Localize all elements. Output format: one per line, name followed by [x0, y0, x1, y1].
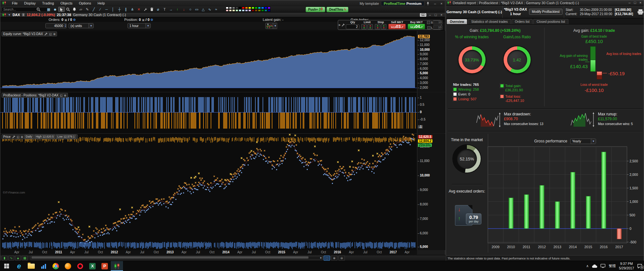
chart-close-button[interactable]: ×	[439, 13, 444, 17]
line-style-icon[interactable]: ∿	[8, 256, 14, 261]
chart-settings-icon[interactable]: ▦	[22, 256, 28, 261]
stop-checkbox[interactable]	[427, 21, 430, 24]
delete-drawing-icon[interactable]: ✕	[136, 7, 142, 12]
price-axis[interactable]: 12,00011,00010,0009,0008,0007,0006,0005,…	[417, 134, 446, 250]
color-swatch[interactable]	[248, 7, 251, 9]
close-icon[interactable]: ⊗	[53, 32, 56, 36]
tab-statistics-of-closed-trades[interactable]: Statistics of closed trades	[468, 19, 511, 24]
sell-arrow-icon[interactable]: ↓	[181, 7, 187, 12]
price-chart[interactable]	[0, 134, 417, 250]
report-maximize-button[interactable]: □	[633, 1, 637, 5]
timeframe-select[interactable]: 1 hour▼	[128, 23, 151, 28]
onedrive-cloud-icon[interactable]	[592, 264, 597, 268]
zigzag-icon[interactable]: ∿	[206, 7, 213, 12]
color-swatch[interactable]	[229, 7, 232, 9]
candlestick-style-icon[interactable]: ▮	[2, 256, 7, 261]
taskbar-chrome-icon[interactable]	[50, 261, 62, 271]
color-swatch[interactable]	[255, 7, 258, 9]
area-style-icon[interactable]: ▲	[15, 256, 21, 261]
color-swatch[interactable]	[239, 7, 242, 9]
color-swatch[interactable]	[242, 7, 245, 9]
color-swatch[interactable]	[264, 7, 267, 9]
language-indicator[interactable]: 繁體	[609, 264, 616, 268]
popup-icon[interactable]: ◱	[17, 135, 20, 139]
breadcrumb-item[interactable]: ProBacktest	[479, 1, 498, 5]
color-swatch[interactable]	[235, 9, 238, 12]
triangle-icon[interactable]: △	[200, 7, 206, 12]
search-input[interactable]: Search...	[2, 7, 48, 12]
push-button[interactable]: Push+	[306, 7, 325, 12]
gear-icon[interactable]: ⚙	[73, 18, 76, 22]
indicator-button[interactable]: ▼	[265, 23, 278, 29]
keyboard-icon[interactable]	[420, 13, 426, 17]
qty-field[interactable]: 2	[346, 24, 359, 29]
color-swatch[interactable]	[232, 9, 235, 12]
zoom-out-icon[interactable]: ⊖	[338, 256, 345, 261]
cursor-icon[interactable]	[58, 7, 65, 12]
symbol-name[interactable]: DAX	[13, 13, 20, 17]
taskbar-firefox-icon[interactable]	[62, 261, 74, 271]
limit-checkbox[interactable]	[427, 26, 431, 29]
color-swatch[interactable]	[258, 9, 261, 12]
period-select[interactable]: Yearly▼	[570, 139, 596, 144]
modify-probacktest-button[interactable]: Modify ProBacktest	[529, 9, 563, 15]
menu-file[interactable]: File	[9, 0, 21, 6]
chart-minimize-button[interactable]: –	[428, 13, 432, 17]
tools-icon[interactable]	[142, 7, 148, 12]
zoom-in-icon[interactable]: ⊕	[331, 256, 337, 261]
pin-icon[interactable]	[426, 2, 431, 5]
taskbar-store-icon[interactable]	[37, 261, 50, 271]
color-swatch[interactable]	[232, 7, 235, 9]
tab-overview[interactable]: Overview	[447, 19, 467, 24]
gross-performance-chart[interactable]: 2,5002,0001,5001,0005000-500200920102011…	[488, 145, 643, 253]
segment-icon[interactable]: ╱	[90, 7, 97, 12]
buy-arrow-icon[interactable]: ↑	[174, 7, 181, 12]
multi-zigzag-icon[interactable]: ≈	[213, 7, 219, 12]
taskbar-clock[interactable]: 9:37 PM5/29/2017	[619, 262, 634, 270]
eraser-icon[interactable]: ▱	[78, 7, 84, 12]
collapse-arrow-icon[interactable]: ▶	[338, 20, 341, 30]
alerts-icon[interactable]	[71, 7, 78, 12]
workspace-icon[interactable]: ▦	[45, 7, 52, 12]
text-icon[interactable]: T	[161, 7, 168, 12]
close-icon[interactable]: ⊗	[21, 135, 23, 139]
trash-icon[interactable]	[148, 7, 155, 12]
positions-chart[interactable]	[0, 92, 417, 133]
vertical-line-icon[interactable]: │	[110, 7, 116, 12]
tab-closed-positions-list[interactable]: Closed positions list	[533, 19, 568, 24]
color-swatch[interactable]	[239, 9, 242, 12]
sell-mkt-button[interactable]: 12,603.7	[388, 24, 406, 29]
start-button[interactable]	[0, 261, 13, 271]
color-swatch[interactable]	[242, 9, 245, 12]
breadcrumb-item[interactable]: Germany 30 Cash (1 Contract) (-)	[526, 1, 579, 5]
printer-icon[interactable]	[637, 9, 644, 15]
dealthru-button[interactable]: DealThruϟ	[327, 7, 348, 12]
l-field[interactable]: 10	[433, 25, 442, 30]
contacts-icon[interactable]: ☻	[52, 7, 58, 12]
chevron-down-icon[interactable]: ▼	[8, 14, 11, 16]
taskbar-excel-icon[interactable]: X	[86, 261, 99, 271]
color-swatch[interactable]	[251, 9, 254, 12]
color-swatch[interactable]	[255, 9, 258, 12]
menu-trading[interactable]: Trading	[39, 0, 57, 6]
taskbar-explorer-icon[interactable]	[25, 261, 37, 271]
close-button[interactable]: ×	[439, 2, 444, 5]
menu-objects[interactable]: Objects	[57, 0, 76, 6]
equity-axis[interactable]: 12,00011,00010,0009,0008,0007,0006,0005,…	[417, 31, 446, 92]
color-swatch[interactable]	[226, 9, 229, 12]
info-icon[interactable]: i	[22, 13, 25, 16]
tab-orders-list[interactable]: Orders list	[512, 19, 533, 24]
wrench-icon[interactable]	[341, 20, 345, 30]
parallel-lines-icon[interactable]: ∥	[123, 7, 129, 12]
action-center-icon[interactable]: 5	[637, 264, 642, 268]
horizontal-line-icon[interactable]: ─	[103, 7, 110, 12]
arrow-icon[interactable]: →	[168, 7, 174, 12]
color-swatch[interactable]	[245, 7, 248, 9]
report-close-button[interactable]: ×	[638, 1, 643, 5]
units-select[interactable]: (x) units▼	[69, 23, 94, 28]
stop-order-icon[interactable]: ▲▼	[375, 24, 380, 29]
s-field[interactable]: 10	[433, 20, 442, 24]
positions-axis[interactable]: 10.50-0.5-1-1	[417, 92, 446, 133]
zoom-icon[interactable]	[65, 7, 71, 12]
color-swatch[interactable]	[235, 7, 238, 9]
